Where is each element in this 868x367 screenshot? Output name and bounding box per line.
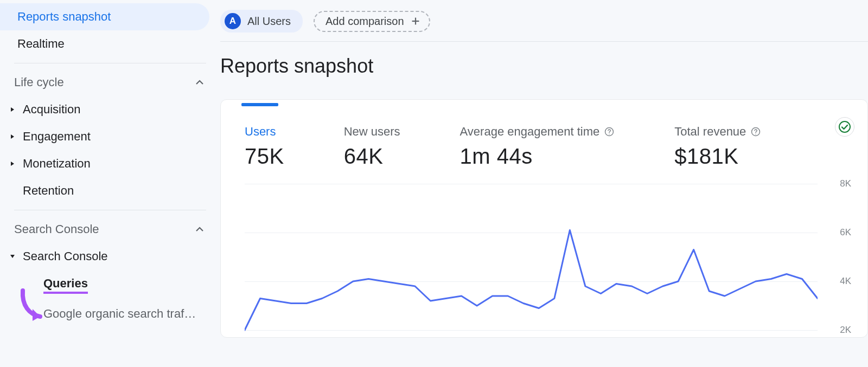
sidebar-item-google-organic[interactable]: Google organic search traf… <box>0 300 220 327</box>
metric-label: New users <box>344 125 400 139</box>
svg-point-10 <box>609 133 610 134</box>
divider <box>14 210 206 210</box>
metric-total-revenue[interactable]: Total revenue$181K <box>674 125 761 169</box>
plus-icon <box>410 15 422 27</box>
check-circle-icon <box>838 120 851 133</box>
sidebar-item-label: Monetization <box>23 157 91 171</box>
chevron-up-icon <box>193 76 206 89</box>
caret-down-icon <box>9 254 16 259</box>
sidebar-section-search-console[interactable]: Search Console <box>0 216 220 243</box>
y-axis-tick: 6K <box>840 227 851 238</box>
svg-marker-4 <box>10 255 15 258</box>
metric-label: Average engagement time <box>460 125 615 139</box>
caret-right-icon <box>9 161 16 166</box>
data-quality-status[interactable] <box>835 117 854 137</box>
add-comparison-label: Add comparison <box>326 15 404 28</box>
sidebar-item-queries[interactable]: Queries <box>0 270 220 300</box>
metric-label: Total revenue <box>674 125 761 139</box>
svg-marker-2 <box>11 162 14 166</box>
report-card: Users75KNew users64KAverage engagement t… <box>220 99 868 338</box>
metric-value: $181K <box>674 144 761 169</box>
metric-average-engagement-time[interactable]: Average engagement time1m 44s <box>460 125 615 169</box>
y-axis-tick: 2K <box>840 325 851 336</box>
segment-label: All Users <box>247 15 291 28</box>
metric-value: 75K <box>245 144 284 169</box>
sidebar-item-label: Acquisition <box>23 102 80 117</box>
add-comparison-button[interactable]: Add comparison <box>314 11 430 32</box>
sidebar-item-engagement[interactable]: Engagement <box>0 123 220 150</box>
line-chart: 8K6K4K2K <box>221 179 867 337</box>
help-icon[interactable] <box>604 126 615 137</box>
sidebar-item-label: Realtime <box>17 37 65 51</box>
metric-users[interactable]: Users75K <box>245 125 284 169</box>
section-label: Search Console <box>14 222 99 236</box>
svg-point-12 <box>756 133 757 134</box>
y-axis-tick: 4K <box>840 276 851 287</box>
sidebar-item-label: Search Console <box>23 249 108 263</box>
svg-marker-0 <box>11 107 14 112</box>
sidebar: Reports snapshot Realtime Life cycle Acq… <box>0 0 220 367</box>
sidebar-item-label: Queries <box>43 276 88 294</box>
chevron-up-icon <box>193 223 206 236</box>
caret-right-icon <box>9 134 16 139</box>
segment-badge: A <box>225 13 241 29</box>
active-tab-indicator <box>241 103 278 106</box>
sidebar-section-life-cycle[interactable]: Life cycle <box>0 69 220 96</box>
sidebar-item-label: Engagement <box>23 130 91 144</box>
sidebar-item-label: Retention <box>23 184 74 198</box>
metric-value: 64K <box>344 144 400 169</box>
help-icon[interactable] <box>750 126 761 137</box>
sidebar-item-search-console[interactable]: Search Console <box>0 243 220 270</box>
sidebar-item-monetization[interactable]: Monetization <box>0 150 220 177</box>
sidebar-item-reports-snapshot[interactable]: Reports snapshot <box>0 3 209 30</box>
section-label: Life cycle <box>14 75 64 89</box>
users-line-series <box>245 179 818 337</box>
sidebar-item-label: Reports snapshot <box>17 10 111 24</box>
svg-point-8 <box>839 121 850 132</box>
metric-value: 1m 44s <box>460 144 615 169</box>
divider <box>14 63 206 63</box>
sidebar-item-retention[interactable]: Retention <box>0 177 220 204</box>
segment-chip[interactable]: A All Users <box>220 10 303 33</box>
sidebar-item-label: Google organic search traf… <box>43 307 196 321</box>
sidebar-item-realtime[interactable]: Realtime <box>0 30 209 57</box>
filter-bar: A All Users Add comparison <box>220 10 868 42</box>
main-content: A All Users Add comparison Reports snaps… <box>220 0 868 367</box>
caret-right-icon <box>9 107 16 112</box>
metric-label: Users <box>245 125 284 139</box>
metric-new-users[interactable]: New users64K <box>344 125 400 169</box>
page-title: Reports snapshot <box>220 55 868 78</box>
y-axis-tick: 8K <box>840 178 851 189</box>
svg-marker-1 <box>11 134 14 139</box>
sidebar-item-acquisition[interactable]: Acquisition <box>0 96 220 123</box>
